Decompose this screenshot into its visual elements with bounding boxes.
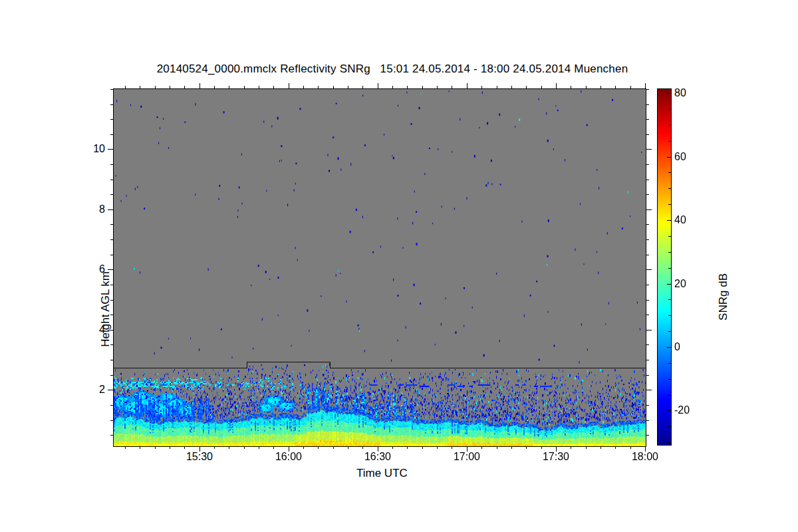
x-minor-tick [600,446,601,449]
y-minor-tick-right [646,315,649,315]
x-minor-tick [437,446,438,449]
colorbar-tick [668,236,671,237]
y-minor-tick-right [646,255,649,255]
y-major-tick [108,330,113,331]
x-minor-tick-top [600,86,601,88]
x-minor-tick [422,446,423,449]
y-minor-tick [110,239,113,240]
x-minor-tick-top [259,86,259,88]
colorbar-tick [668,363,671,364]
y-minor-tick [110,315,113,315]
colorbar-tick [668,395,671,396]
x-tick-label: 16:30 [354,451,401,463]
x-minor-tick [184,446,185,449]
x-tick-label: 17:00 [444,451,490,463]
colorbar-tick [667,93,671,94]
y-minor-tick [110,360,113,360]
x-major-tick-top [289,83,289,88]
x-minor-tick-top [303,86,304,88]
x-minor-tick-top [244,86,245,88]
y-tick-label: 10 [76,143,105,155]
y-minor-tick [110,255,113,255]
x-minor-tick-top [437,86,438,88]
y-major-tick [108,390,113,390]
x-minor-tick [155,446,156,449]
radar-reflectivity-figure: 20140524_0000.mmclx Reflectivity SNRg 15… [0,0,798,532]
y-minor-tick-right [646,360,649,360]
y-tick-label: 8 [76,203,105,215]
y-minor-tick-right [646,405,649,406]
y-major-tick [108,209,113,210]
y-minor-tick-right [646,375,649,376]
x-minor-tick-top [541,86,542,88]
x-minor-tick-top [318,86,319,88]
y-minor-tick [110,420,113,421]
colorbar-tick [668,188,671,189]
x-minor-tick-top [229,86,229,88]
x-tick-label: 17:30 [533,451,579,463]
x-minor-tick [481,446,482,449]
colorbar-tick [668,268,671,269]
y-minor-tick [110,164,113,165]
x-minor-tick [273,446,274,449]
colorbar-tick [668,426,671,427]
colorbar-tick [668,109,671,110]
y-minor-tick [110,119,113,120]
x-minor-tick-top [184,86,185,88]
y-tick-label: 2 [76,384,105,396]
colorbar-tick [668,331,671,332]
x-minor-tick [392,446,393,449]
x-major-tick-top [556,83,557,88]
y-minor-tick-right [646,435,649,436]
y-minor-tick [110,89,113,90]
x-minor-tick [586,446,587,449]
y-minor-tick [110,224,113,225]
x-minor-tick [170,446,170,449]
x-minor-tick [229,446,229,449]
x-minor-tick [214,446,215,449]
x-minor-tick [140,446,140,449]
x-tick-label: 16:00 [265,451,312,463]
y-minor-tick [110,300,113,301]
x-tick-label: 18:00 [622,451,668,463]
x-minor-tick [333,446,334,449]
y-minor-tick [110,405,113,406]
x-minor-tick-top [481,86,482,88]
colorbar-tick [668,315,671,316]
colorbar-title: SNRg dB [717,273,730,321]
y-major-tick-right [646,390,652,390]
x-minor-tick-top [422,86,423,88]
x-minor-tick [541,446,542,449]
colorbar-tick-label: -20 [674,404,704,416]
y-minor-tick [110,285,113,285]
x-minor-tick-top [392,86,393,88]
x-minor-tick-top [140,86,140,88]
y-major-tick-right [646,149,652,150]
x-minor-tick-top [615,86,616,88]
y-minor-tick-right [646,285,649,285]
y-minor-tick [110,435,113,436]
y-minor-tick [110,344,113,345]
y-minor-tick-right [646,180,649,180]
colorbar-tick [668,379,671,380]
colorbar-tick [668,299,671,300]
x-minor-tick [571,446,571,449]
x-minor-tick-top [407,86,408,88]
x-minor-tick [452,446,452,449]
x-minor-tick-top [452,86,452,88]
x-minor-tick-top [155,86,156,88]
x-minor-tick-top [362,86,363,88]
x-minor-tick [526,446,527,449]
y-minor-tick-right [646,420,649,421]
x-minor-tick [630,446,631,449]
plot-title: 20140524_0000.mmclx Reflectivity SNRg 15… [126,63,658,76]
colorbar-tick [668,252,671,253]
y-minor-tick [110,104,113,105]
colorbar-tick [667,220,671,221]
colorbar-tick [668,141,671,142]
y-minor-tick-right [646,134,649,135]
y-minor-tick-right [646,224,649,225]
colorbar [657,88,672,446]
x-minor-tick-top [497,86,497,88]
colorbar-tick-label: 20 [674,278,704,290]
